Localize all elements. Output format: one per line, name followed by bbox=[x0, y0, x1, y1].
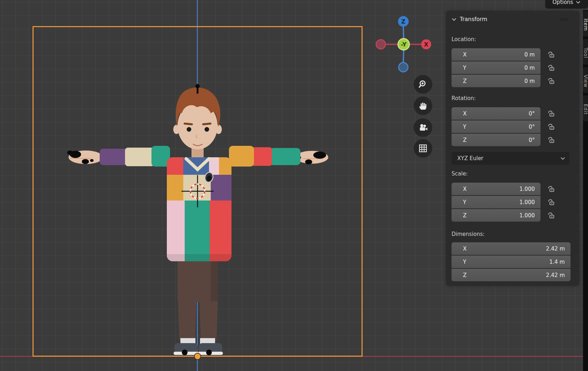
lock-icon[interactable] bbox=[546, 184, 555, 194]
camera-icon bbox=[418, 123, 428, 133]
rotation-mode-dropdown[interactable]: XYZ Euler bbox=[452, 152, 569, 165]
location-y-row: Y 0 m bbox=[452, 61, 579, 74]
chevron-down-icon bbox=[560, 157, 565, 160]
options-label: Options bbox=[553, 0, 573, 5]
rotation-y-field[interactable]: Y 0° bbox=[452, 120, 540, 133]
dimensions-x-field[interactable]: X 2.42 m bbox=[452, 242, 570, 255]
dimensions-x-row: X 2.42 m bbox=[452, 242, 579, 255]
lock-icon[interactable] bbox=[546, 135, 555, 145]
object-origin-dot bbox=[194, 353, 201, 360]
location-z-row: Z 0 m bbox=[452, 75, 579, 87]
tab-tool[interactable]: Tool bbox=[583, 39, 588, 65]
gizmo-z-axis[interactable]: Z bbox=[398, 16, 409, 27]
location-z-field[interactable]: Z 0 m bbox=[452, 75, 540, 87]
transform-panel-header[interactable]: Transform bbox=[452, 15, 579, 23]
sidebar-tab-strip: Item Tool View Edit bbox=[583, 10, 588, 371]
3d-viewport[interactable]: Z X -Y bbox=[0, 0, 588, 371]
tab-item[interactable]: Item bbox=[583, 11, 588, 36]
scale-y-row: Y 1.000 bbox=[452, 196, 579, 208]
location-rows: X 0 m Y 0 m Z 0 m bbox=[452, 48, 579, 88]
dimensions-z-row: Z 2.42 m bbox=[452, 269, 579, 281]
zoom-icon bbox=[418, 79, 428, 89]
pan-button[interactable] bbox=[414, 97, 432, 115]
tab-view[interactable]: View bbox=[583, 67, 588, 93]
rotation-x-field[interactable]: X 0° bbox=[452, 107, 540, 120]
lock-icon[interactable] bbox=[546, 122, 555, 132]
options-button[interactable]: Options bbox=[545, 0, 588, 9]
location-x-field[interactable]: X 0 m bbox=[452, 48, 540, 61]
scale-x-row: X 1.000 bbox=[452, 183, 579, 195]
grid-icon bbox=[418, 143, 428, 153]
gizmo-negative-x-axis[interactable] bbox=[376, 40, 385, 49]
scale-section-label: Scale: bbox=[452, 170, 579, 178]
selection-bounding-box bbox=[33, 26, 363, 357]
rotation-y-row: Y 0° bbox=[452, 120, 579, 133]
chevron-down-icon bbox=[576, 1, 580, 4]
scale-z-field[interactable]: Z 1.000 bbox=[452, 209, 540, 222]
location-y-field[interactable]: Y 0 m bbox=[452, 61, 540, 74]
navigation-gizmo[interactable]: Z X -Y bbox=[375, 16, 432, 73]
dimensions-z-field[interactable]: Z 2.42 m bbox=[452, 269, 570, 281]
gizmo-negative-y-axis[interactable]: -Y bbox=[398, 39, 409, 50]
location-x-row: X 0 m bbox=[452, 48, 579, 61]
tab-edit[interactable]: Edit bbox=[583, 95, 588, 121]
rotation-z-field[interactable]: Z 0° bbox=[452, 134, 540, 146]
scale-x-field[interactable]: X 1.000 bbox=[452, 183, 540, 195]
transform-panel: Transform Location: X 0 m bbox=[446, 11, 579, 286]
lock-icon[interactable] bbox=[546, 211, 555, 220]
lock-icon[interactable] bbox=[546, 198, 555, 207]
dimensions-y-field[interactable]: Y 1.4 m bbox=[452, 256, 570, 268]
lock-icon[interactable] bbox=[546, 76, 555, 86]
zoom-button[interactable] bbox=[414, 75, 432, 94]
panel-title: Transform bbox=[460, 16, 487, 23]
rotation-rows: X 0° Y 0° Z 0° bbox=[452, 107, 579, 147]
dimensions-y-row: Y 1.4 m bbox=[452, 256, 579, 268]
lock-icon[interactable] bbox=[546, 63, 555, 73]
hand-icon bbox=[418, 101, 428, 111]
svg-text:Z: Z bbox=[401, 18, 405, 25]
gizmo-x-axis[interactable]: X bbox=[421, 39, 431, 49]
dimensions-section-label: Dimensions: bbox=[452, 231, 579, 239]
lock-icon[interactable] bbox=[546, 109, 555, 118]
camera-view-button[interactable] bbox=[414, 118, 432, 137]
scale-z-row: Z 1.000 bbox=[452, 209, 579, 222]
rotation-z-row: Z 0° bbox=[452, 134, 579, 146]
rotation-section-label: Rotation: bbox=[452, 95, 579, 103]
location-section-label: Location: bbox=[452, 36, 579, 44]
dimensions-rows: X 2.42 m Y 1.4 m Z 2.42 m bbox=[452, 242, 579, 282]
svg-text:-Y: -Y bbox=[401, 41, 407, 48]
scale-y-field[interactable]: Y 1.000 bbox=[452, 196, 540, 208]
panel-drag-handle[interactable] bbox=[559, 18, 569, 21]
ortho-grid-button[interactable] bbox=[414, 139, 432, 158]
gizmo-negative-z-axis[interactable] bbox=[399, 63, 408, 72]
lock-icon[interactable] bbox=[546, 50, 555, 59]
scale-rows: X 1.000 Y 1.000 Z 1.000 bbox=[452, 183, 579, 222]
rotation-x-row: X 0° bbox=[452, 107, 579, 120]
svg-text:X: X bbox=[424, 41, 429, 48]
collapse-chevron-icon[interactable] bbox=[452, 17, 457, 21]
